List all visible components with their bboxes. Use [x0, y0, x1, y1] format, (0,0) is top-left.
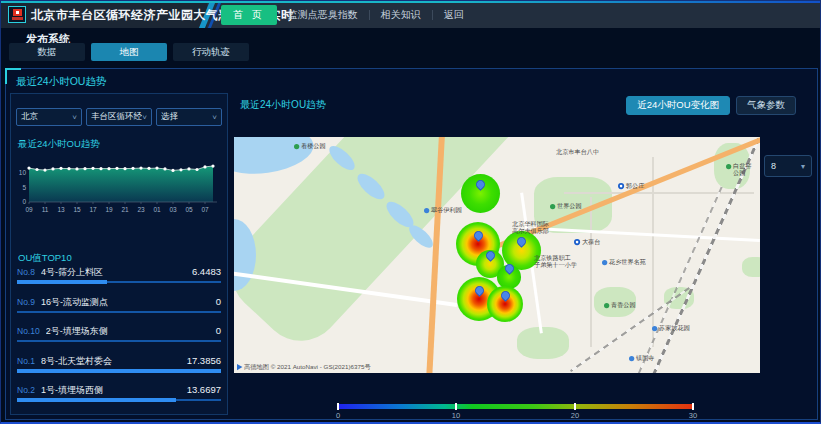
nav-back[interactable]: 返回 — [444, 8, 464, 22]
left-column: 北京 ˅ 丰台区循环经济产 ˅ 选择 ˅ 最近24小时OU趋势 05100911… — [10, 93, 228, 415]
heat-legend-labels: 0 10 20 30 — [337, 411, 694, 421]
rank-label: No.1 — [17, 356, 35, 366]
svg-text:03: 03 — [169, 206, 177, 213]
header-accent-line — [1, 1, 821, 3]
panel-corner-accent — [5, 68, 7, 84]
metro-icon — [618, 183, 624, 189]
main-nav: 首 页 监测点恶臭指数 相关知识 返回 — [221, 5, 464, 24]
map-railway — [627, 187, 722, 373]
panel-corner-accent — [5, 68, 21, 70]
svg-text:17: 17 — [89, 206, 97, 213]
map-attribution: 高德地图 © 2021 AutoNavi - GS(2021)6375号 — [237, 362, 371, 371]
park-icon — [550, 204, 555, 209]
svg-text:07: 07 — [201, 206, 209, 213]
ou-value: 0 — [216, 325, 221, 336]
nav-separator — [369, 10, 370, 20]
progress-track — [17, 281, 221, 283]
main-panel: 最近24小时OU趋势 北京 ˅ 丰台区循环经济产 ˅ 选择 ˅ 最近24小时OU… — [5, 68, 818, 420]
nav-home[interactable]: 首 页 — [221, 5, 277, 25]
spot-icon — [602, 260, 607, 265]
map-street — [564, 192, 754, 194]
rank-label: No.9 — [17, 297, 35, 307]
nav-monitor-index[interactable]: 监测点恶臭指数 — [288, 8, 358, 22]
map-place-label: 翠谷伊利园 — [424, 207, 462, 214]
map-place-label: 大葆台 — [574, 239, 600, 246]
nav-knowledge[interactable]: 相关知识 — [381, 8, 421, 22]
map-park-area — [742, 257, 760, 277]
point-select[interactable]: 选择 ˅ — [156, 108, 222, 126]
nav-separator — [432, 10, 433, 20]
ou-value: 13.6697 — [187, 384, 221, 395]
map-place-label: 郭公庄 — [618, 183, 644, 190]
chevron-down-icon: ˅ — [142, 113, 147, 122]
chevron-down-icon: ▾ — [801, 162, 805, 171]
map[interactable]: 高德地图 © 2021 AutoNavi - GS(2021)6375号 看楼公… — [234, 137, 760, 373]
map-place-label: 镇国寺 — [629, 355, 655, 362]
progress-fill — [17, 369, 221, 373]
legend-tick — [574, 403, 576, 410]
svg-text:19: 19 — [105, 206, 113, 213]
svg-text:09: 09 — [25, 206, 33, 213]
map-place-label: 苏家坡花园 — [652, 325, 690, 332]
top-list-item[interactable]: No.102号-填埋场东侧0 — [17, 325, 221, 355]
chevron-down-icon: ˅ — [212, 113, 217, 122]
rank-label: No.2 — [17, 385, 35, 395]
map-place-label: 北京市丰台八中 — [556, 149, 599, 156]
svg-text:11: 11 — [42, 206, 49, 213]
metro-icon — [574, 239, 580, 245]
ou-value: 17.3856 — [187, 355, 221, 366]
legend-tick — [337, 403, 339, 410]
progress-track — [17, 399, 221, 401]
map-place-label: 世界公园 — [550, 203, 582, 210]
legend-label: 0 — [336, 411, 340, 420]
top-list-item[interactable]: No.18号-北天堂村委会17.3856 — [17, 355, 221, 385]
map-place-label: 北京华科国际 高尔夫俱乐部 — [512, 221, 549, 235]
app-window: 北京市丰台区循环经济产业园大气恶臭状况实时 首 页 监测点恶臭指数 相关知识 返… — [0, 0, 821, 424]
map-header: 最近24小时OU趋势 近24小时OU变化图 气象参数 — [232, 95, 818, 115]
tab-data[interactable]: 数据 — [9, 43, 85, 61]
top-list-title: OU值TOP10 — [18, 252, 72, 265]
top-list: No.84号-筛分上料区6.4483No.916号-流动监测点0No.102号-… — [17, 266, 221, 414]
tab-trajectory[interactable]: 行动轨迹 — [173, 43, 249, 61]
map-zoom-select[interactable]: 8 ▾ — [764, 155, 812, 177]
rank-label: No.8 — [17, 267, 35, 277]
point-name: 2号-填埋场东侧 — [46, 325, 210, 338]
svg-text:01: 01 — [153, 206, 161, 213]
point-name: 1号-填埋场西侧 — [41, 384, 181, 397]
view-tabs: 数据 地图 行动轨迹 — [9, 43, 249, 61]
spot-icon — [652, 326, 657, 331]
panel-title: 最近24小时OU趋势 — [16, 75, 106, 89]
park-icon — [726, 164, 731, 169]
svg-text:0: 0 — [22, 198, 26, 205]
legend-label: 20 — [571, 411, 579, 420]
heat-legend-bar — [337, 404, 694, 409]
map-street — [590, 197, 592, 347]
ou-value: 0 — [216, 296, 221, 307]
progress-track — [17, 370, 221, 372]
progress-fill — [17, 280, 107, 284]
park-select[interactable]: 丰台区循环经济产 ˅ — [86, 108, 152, 126]
map-road — [534, 227, 760, 242]
progress-fill — [17, 398, 176, 402]
progress-track — [17, 340, 221, 342]
park-icon — [604, 303, 609, 308]
city-select[interactable]: 北京 ˅ — [16, 108, 82, 126]
point-name: 4号-筛分上料区 — [41, 266, 186, 279]
point-name: 16号-流动监测点 — [41, 296, 210, 309]
svg-text:15: 15 — [73, 206, 81, 213]
map-place-label: 花乡世界名苑 — [602, 259, 646, 266]
tab-map[interactable]: 地图 — [91, 43, 167, 61]
logo-icon[interactable] — [8, 6, 26, 23]
legend-tick — [692, 403, 694, 410]
map-place-label: 北京铁路职工 子弟第十一小学 — [534, 255, 577, 269]
top-list-item[interactable]: No.21号-填埋场西侧13.6697 — [17, 384, 221, 414]
top-list-item[interactable]: No.84号-筛分上料区6.4483 — [17, 266, 221, 296]
top-list-item[interactable]: No.916号-流动监测点0 — [17, 296, 221, 326]
map-place-label: 看楼公园 — [294, 143, 326, 150]
map-place-label: 白盆窑公园 — [726, 163, 756, 177]
spot-icon — [629, 356, 634, 361]
svg-text:10: 10 — [19, 169, 27, 176]
ou-change-map-button[interactable]: 近24小时OU变化图 — [626, 96, 730, 115]
progress-track — [17, 311, 221, 313]
weather-params-button[interactable]: 气象参数 — [736, 96, 796, 115]
